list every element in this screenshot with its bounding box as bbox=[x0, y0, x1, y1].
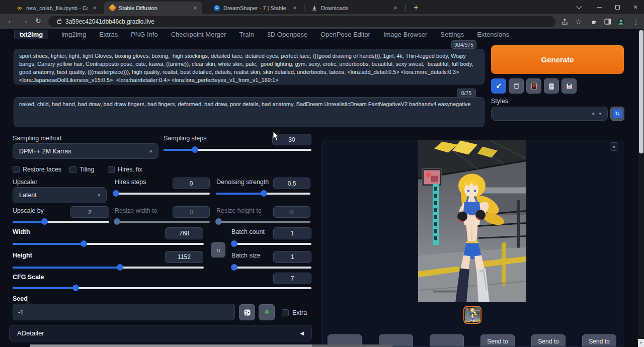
browser-menu-chevron-icon[interactable] bbox=[572, 0, 587, 14]
side-panel-icon[interactable] bbox=[604, 18, 612, 26]
refresh-styles-button[interactable]: ↻ bbox=[610, 107, 624, 121]
zip-button[interactable] bbox=[430, 334, 464, 347]
reuse-seed-recycle-icon[interactable] bbox=[259, 304, 275, 320]
sampling-method-dropdown[interactable]: DPM++ 2M Karras ▾ bbox=[13, 143, 158, 159]
output-gallery: × Send to Send to Send to bbox=[323, 140, 623, 347]
batch-size-slider[interactable] bbox=[231, 264, 311, 271]
adetailer-accordion[interactable]: ADetailer ◀ bbox=[9, 325, 312, 341]
scrollbar-down-arrow[interactable]: ▼ bbox=[638, 339, 644, 347]
slider-handle[interactable] bbox=[80, 240, 87, 247]
width-input[interactable] bbox=[165, 227, 203, 239]
slider-handle[interactable] bbox=[117, 264, 123, 271]
cfg-scale-slider[interactable] bbox=[13, 285, 311, 292]
window-close-button[interactable]: × bbox=[628, 0, 643, 14]
tab-separator bbox=[304, 4, 304, 11]
upscale-by-input[interactable] bbox=[70, 206, 109, 218]
back-button[interactable]: ← bbox=[7, 17, 14, 25]
tab-image-browser[interactable]: Image Browser bbox=[383, 30, 427, 39]
browser-kebab-menu-icon[interactable]: ⋮ bbox=[632, 18, 640, 26]
extra-networks-card-icon[interactable] bbox=[526, 78, 541, 94]
lock-icon bbox=[57, 20, 61, 24]
prompt-input[interactable]: sport shoes, fighter, fight, fight Glove… bbox=[14, 49, 485, 84]
sampling-steps-slider[interactable] bbox=[164, 146, 311, 153]
tab-extensions[interactable]: Extensions bbox=[477, 30, 509, 39]
seed-input[interactable] bbox=[13, 304, 235, 320]
slider-handle[interactable] bbox=[192, 146, 198, 153]
tab-train[interactable]: Train bbox=[239, 30, 254, 39]
batch-size-input[interactable] bbox=[273, 251, 311, 263]
slider-handle[interactable] bbox=[231, 240, 237, 247]
hires-steps-input[interactable] bbox=[173, 178, 210, 189]
height-slider[interactable] bbox=[13, 264, 204, 271]
tab-openpose-editor[interactable]: OpenPose Editor bbox=[320, 30, 370, 39]
tab-close-icon[interactable]: × bbox=[91, 4, 99, 12]
reload-button[interactable]: ↻ bbox=[35, 17, 41, 25]
sampling-method-label: Sampling method bbox=[13, 135, 61, 142]
window-minimize-button[interactable] bbox=[592, 0, 607, 14]
negative-prompt-input[interactable]: naked, child, bad hand, bad draw, bad dr… bbox=[14, 97, 485, 127]
upscaler-dropdown[interactable]: Latent ▾ bbox=[13, 187, 107, 203]
chevron-down-icon: ▾ bbox=[98, 193, 100, 198]
clear-styles-icon[interactable]: × bbox=[592, 111, 595, 117]
browser-tab-colab[interactable]: ∞ new_colab_file.ipynb - Colaborati × bbox=[11, 2, 102, 14]
window-maximize-button[interactable] bbox=[610, 0, 625, 14]
browser-tab-downloads[interactable]: Downloads × bbox=[306, 2, 403, 14]
address-bar[interactable]: 3a59ec42041dbb46cb.gradio.live bbox=[48, 16, 555, 27]
send-to-inpaint-button[interactable]: Send to bbox=[531, 334, 566, 347]
extensions-puzzle-icon[interactable] bbox=[590, 18, 598, 26]
tab-close-icon[interactable]: × bbox=[191, 4, 199, 12]
slider-handle[interactable] bbox=[231, 264, 237, 271]
browser-tab-strip: ∞ new_colab_file.ipynb - Colaborati × St… bbox=[0, 0, 644, 14]
restore-faces-label: Restore faces bbox=[23, 166, 61, 173]
save-style-icon[interactable] bbox=[561, 78, 577, 94]
generate-button[interactable]: Generate bbox=[491, 45, 624, 74]
browser-tab-dreamshaper[interactable]: C DreamShaper - 7 | Stable Diffusio × bbox=[208, 2, 302, 14]
tab-settings[interactable]: Settings bbox=[440, 30, 464, 39]
slider-handle[interactable] bbox=[41, 218, 48, 225]
slider-handle[interactable] bbox=[261, 190, 267, 197]
paste-params-icon[interactable] bbox=[491, 78, 506, 94]
gallery-thumbnail-selected[interactable] bbox=[463, 306, 481, 324]
tab-checkpoint-merger[interactable]: Checkpoint Merger bbox=[171, 30, 226, 39]
tab-extras[interactable]: Extras bbox=[99, 30, 118, 39]
share-icon[interactable] bbox=[560, 18, 569, 26]
send-to-img2img-button[interactable]: Send to bbox=[480, 334, 515, 347]
tiling-checkbox[interactable] bbox=[69, 166, 76, 173]
denoising-strength-slider[interactable] bbox=[216, 190, 310, 197]
new-tab-button[interactable]: + bbox=[411, 2, 422, 13]
clipboard-icon[interactable] bbox=[544, 78, 559, 94]
denoising-strength-input[interactable] bbox=[273, 178, 310, 189]
denoising-strength-label: Denoising strength bbox=[216, 179, 269, 186]
tab-close-icon[interactable]: × bbox=[291, 4, 299, 12]
batch-count-input[interactable] bbox=[273, 227, 311, 239]
slider-handle[interactable] bbox=[72, 285, 79, 291]
gallery-close-icon[interactable]: × bbox=[610, 142, 618, 151]
restore-faces-checkbox[interactable] bbox=[13, 166, 20, 173]
tab-3d-openpose[interactable]: 3D Openpose bbox=[267, 30, 307, 39]
bookmark-star-icon[interactable]: ☆ bbox=[575, 18, 583, 26]
random-seed-dice-icon[interactable] bbox=[239, 304, 255, 320]
tab-txt2img[interactable]: txt2img bbox=[14, 30, 48, 39]
profile-avatar[interactable] bbox=[617, 18, 625, 26]
upscale-by-slider[interactable] bbox=[13, 218, 109, 225]
tab-close-icon[interactable]: × bbox=[391, 4, 399, 12]
tab-img2img[interactable]: img2img bbox=[61, 30, 86, 39]
slider-handle[interactable] bbox=[113, 190, 119, 197]
browser-tab-stable-diffusion[interactable]: Stable Diffusion × bbox=[104, 2, 202, 14]
hires-steps-slider[interactable] bbox=[115, 190, 210, 197]
hires-fix-checkbox[interactable] bbox=[108, 166, 115, 173]
batch-count-slider[interactable] bbox=[231, 240, 311, 247]
swap-width-height-icon[interactable]: ↑↓ bbox=[211, 242, 225, 257]
extra-seed-label: Extra bbox=[292, 309, 307, 316]
tab-png-info[interactable]: PNG Info bbox=[131, 30, 157, 39]
styles-dropdown[interactable]: × ▾ bbox=[491, 107, 608, 121]
cfg-scale-input[interactable] bbox=[273, 273, 311, 284]
extra-seed-checkbox[interactable] bbox=[282, 309, 289, 316]
scrollbar-thumb[interactable] bbox=[639, 30, 643, 153]
trash-icon[interactable] bbox=[509, 78, 524, 94]
height-input[interactable] bbox=[165, 251, 203, 263]
send-to-extras-button[interactable]: Send to bbox=[582, 334, 616, 347]
generated-image[interactable] bbox=[418, 140, 526, 302]
forward-button[interactable]: → bbox=[21, 17, 28, 25]
width-slider[interactable] bbox=[13, 240, 204, 247]
